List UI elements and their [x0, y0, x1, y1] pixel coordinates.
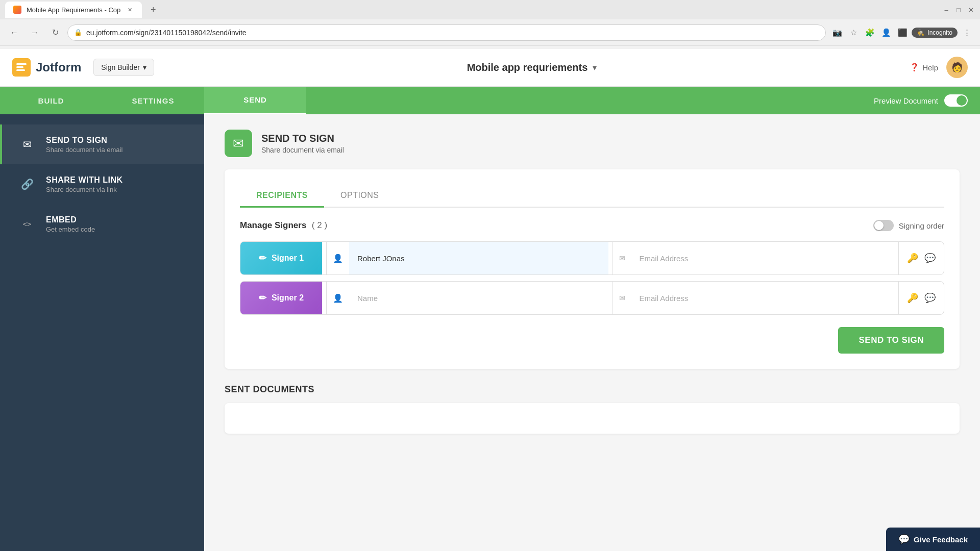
avatar[interactable]: 🧑 [946, 57, 968, 78]
back-button[interactable]: ← [6, 24, 22, 41]
sidebar-item-share-with-link[interactable]: 🔗 SHARE WITH LINK Share document via lin… [0, 164, 204, 204]
tab-build-label: BUILD [38, 96, 64, 105]
section-header: ✉ SEND TO SIGN Share document via email [225, 130, 960, 157]
section-header-title: SEND TO SIGN [261, 133, 344, 144]
sidebar-item-embed[interactable]: <> EMBED Get embed code [0, 204, 204, 244]
signer-1-message-icon[interactable]: 💬 [924, 253, 936, 264]
code-icon: <> [17, 214, 37, 234]
sidebar-item-send-to-sign-title: SEND TO SIGN [46, 136, 122, 145]
sent-documents-card [225, 403, 960, 434]
sidebar: ✉ SEND TO SIGN Share document via email … [0, 114, 204, 551]
sidebar-item-embed-text: EMBED Get embed code [46, 215, 95, 233]
preview-document-toggle[interactable] [944, 94, 968, 107]
tab-send-label: SEND [243, 95, 267, 104]
section-header-subtitle: Share document via email [261, 146, 344, 154]
signer-2-key-icon[interactable]: 🔑 [907, 292, 918, 304]
reload-button[interactable]: ↻ [47, 24, 63, 41]
maximize-button[interactable]: □ [954, 6, 963, 14]
svg-rect-3 [16, 69, 25, 71]
signers-count: ( 2 ) [312, 220, 327, 230]
toggle-knob [957, 95, 967, 106]
help-label: Help [922, 63, 938, 72]
tab-build[interactable]: BUILD [0, 87, 102, 114]
signer-1-label: Signer 1 [272, 254, 304, 263]
tab-recipients[interactable]: RECIPIENTS [240, 185, 324, 208]
link-icon: 🔗 [17, 174, 37, 194]
feedback-icon: 💬 [898, 534, 910, 545]
sign-builder-button[interactable]: Sign Builder ▾ [93, 59, 154, 76]
window-controls: – □ ✕ [942, 6, 975, 14]
sidebar-item-embed-title: EMBED [46, 215, 95, 224]
send-btn-row: SEND TO SIGN [240, 327, 944, 354]
give-feedback-label: Give Feedback [914, 535, 968, 544]
forward-button[interactable]: → [27, 24, 43, 41]
doc-title-chevron-icon[interactable]: ▾ [593, 63, 597, 72]
tab-recipients-label: RECIPIENTS [256, 191, 308, 199]
tab-send[interactable]: SEND [204, 87, 306, 114]
sent-documents-title: SENT DOCUMENTS [225, 384, 960, 395]
svg-rect-2 [16, 66, 23, 68]
camera-icon[interactable]: 📷 [830, 26, 844, 40]
tab-favicon [13, 6, 21, 14]
signer-1-name-input[interactable] [349, 242, 608, 274]
ssl-icon: 🔒 [74, 29, 82, 36]
preview-document-toggle-row: Preview Document [874, 87, 980, 114]
browser-tab[interactable]: Mobile App Requirements - Cop ✕ [5, 2, 142, 18]
address-bar[interactable]: 🔒 eu.jotform.com/sign/231401150198042/se… [67, 24, 826, 41]
send-to-sign-panel: RECIPIENTS OPTIONS Manage Signers ( 2 ) [225, 169, 960, 369]
send-to-sign-button[interactable]: SEND TO SIGN [838, 327, 944, 354]
sidebar-item-send-to-sign[interactable]: ✉ SEND TO SIGN Share document via email [0, 124, 204, 164]
sync-icon[interactable]: ⬛ [895, 26, 910, 40]
email-icon: ✉ [17, 135, 37, 154]
incognito-icon: 🕵 [917, 29, 924, 36]
content-area: ✉ SEND TO SIGN Share document via email … [204, 114, 980, 551]
manage-signers-row: Manage Signers ( 2 ) Signing order [240, 220, 944, 231]
envelope-icon: ✉ [233, 136, 244, 152]
logo[interactable]: Jotform [12, 58, 81, 77]
signing-order-row: Signing order [873, 220, 944, 231]
signing-order-toggle-knob [874, 221, 884, 230]
manage-signers-label-group: Manage Signers ( 2 ) [240, 220, 327, 231]
tab-settings[interactable]: SETTINGS [102, 87, 204, 114]
sign-builder-chevron-icon: ▾ [143, 63, 146, 71]
logo-text: Jotform [36, 60, 81, 74]
signer-1-row: ✏ Signer 1 👤 ✉ 🔑 💬 [240, 241, 944, 275]
signer-2-row: ✏ Signer 2 👤 ✉ 🔑 💬 [240, 281, 944, 315]
signing-order-label: Signing order [899, 221, 944, 230]
doc-title: Mobile app requriements [467, 62, 588, 73]
tab-options-label: OPTIONS [340, 191, 379, 199]
signer-2-email-field-wrapper: ✉ [612, 282, 895, 314]
sidebar-item-share-with-link-text: SHARE WITH LINK Share document via link [46, 176, 123, 193]
header-nav: Sign Builder ▾ [93, 59, 154, 76]
close-button[interactable]: ✕ [967, 6, 975, 14]
tab-close-button[interactable]: ✕ [126, 6, 134, 14]
star-icon[interactable]: ☆ [846, 26, 861, 40]
menu-icon[interactable]: ⋮ [960, 26, 974, 40]
svg-rect-1 [16, 63, 27, 65]
app-header: Jotform Sign Builder ▾ Mobile app requri… [0, 48, 980, 87]
minimize-button[interactable]: – [942, 6, 950, 14]
signer-1-actions: 🔑 💬 [898, 242, 944, 274]
extensions-icon[interactable]: 🧩 [863, 26, 877, 40]
section-header-icon: ✉ [225, 130, 252, 157]
header-right: ❓ Help 🧑 [910, 57, 968, 78]
give-feedback-button[interactable]: 💬 Give Feedback [886, 528, 980, 551]
sidebar-item-share-with-link-title: SHARE WITH LINK [46, 176, 123, 185]
signer-1-email-icon: ✉ [613, 254, 631, 262]
section-header-text: SEND TO SIGN Share document via email [261, 133, 344, 154]
tab-options[interactable]: OPTIONS [324, 185, 396, 208]
preview-document-label: Preview Document [874, 96, 938, 105]
signer-1-email-input[interactable] [631, 242, 895, 274]
signer-2-name-input[interactable] [349, 282, 608, 314]
new-tab-button[interactable]: + [146, 3, 160, 17]
profile-icon[interactable]: 👤 [879, 26, 893, 40]
main-content: ✉ SEND TO SIGN Share document via email … [0, 114, 980, 551]
help-button[interactable]: ❓ Help [910, 63, 938, 72]
tab-nav: BUILD SETTINGS SEND Preview Document [0, 87, 980, 114]
signer-1-key-icon[interactable]: 🔑 [907, 253, 918, 264]
signer-2-message-icon[interactable]: 💬 [924, 292, 936, 304]
signer-2-actions: 🔑 💬 [898, 282, 944, 314]
url-text: eu.jotform.com/sign/231401150198042/send… [86, 29, 247, 37]
signing-order-toggle[interactable] [873, 220, 894, 231]
signer-2-email-input[interactable] [631, 282, 895, 314]
